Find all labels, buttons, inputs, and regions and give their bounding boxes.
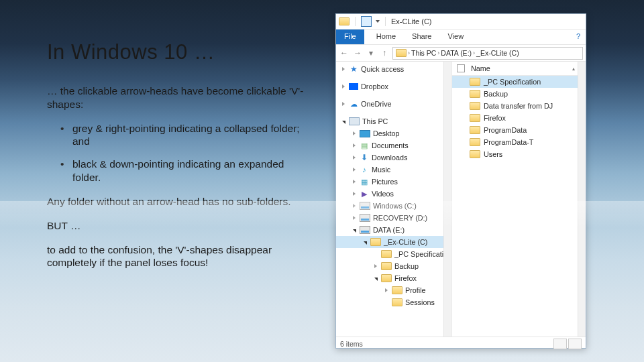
- pic-icon: ▦: [360, 177, 369, 186]
- nav-item[interactable]: ▦Pictures: [336, 176, 443, 188]
- list-item-label: ProgramData: [484, 126, 527, 134]
- view-switcher[interactable]: [553, 339, 582, 349]
- nav-item[interactable]: ★Quick access: [336, 63, 443, 75]
- details-view-button[interactable]: [553, 339, 567, 349]
- chevron-right-icon[interactable]: [351, 143, 357, 149]
- chevron-right-icon[interactable]: [351, 179, 357, 185]
- forward-button[interactable]: →: [352, 48, 363, 58]
- breadcrumb[interactable]: _Ex-CLite (C): [476, 49, 519, 57]
- folder-icon: [470, 102, 480, 110]
- content-pane[interactable]: Name ▴ _PC SpecificationBackupData trans…: [452, 62, 586, 337]
- window-icon: [339, 17, 350, 25]
- sort-indicator-icon: ▴: [572, 66, 575, 72]
- select-all-checkbox[interactable]: [452, 64, 470, 72]
- nav-item[interactable]: _PC Specification: [336, 248, 443, 260]
- chevron-right-icon[interactable]: [351, 167, 357, 173]
- folder-icon: [470, 138, 480, 146]
- chevron-right-icon: [372, 251, 378, 257]
- column-header[interactable]: Name ▴: [452, 62, 586, 76]
- nav-item-label: Desktop: [373, 129, 400, 137]
- nav-item[interactable]: ▤Documents: [336, 139, 443, 152]
- breadcrumb[interactable]: This PC: [411, 49, 436, 57]
- list-item[interactable]: Backup: [452, 88, 578, 100]
- nav-item[interactable]: Sessions: [336, 296, 443, 308]
- nav-item[interactable]: Desktop: [336, 127, 443, 139]
- list-item-label: Firefox: [484, 114, 506, 122]
- video-icon: ▶: [360, 189, 369, 198]
- nav-item[interactable]: ☁OneDrive: [336, 98, 443, 110]
- chevron-right-icon[interactable]: [340, 84, 346, 90]
- list-item-label: Users: [484, 150, 502, 158]
- nav-item-label: OneDrive: [361, 100, 392, 108]
- nav-item[interactable]: ♪Music: [336, 164, 443, 176]
- nav-item[interactable]: _Ex-CLite (C): [336, 236, 443, 248]
- titlebar[interactable]: Ex-CLite (C): [336, 14, 586, 29]
- nav-item[interactable]: Backup: [336, 260, 443, 272]
- tab-share[interactable]: Share: [404, 29, 439, 44]
- chevron-right-icon[interactable]: [351, 155, 357, 161]
- ribbon: File Home Share View ?: [336, 29, 586, 45]
- chevron-right-icon[interactable]: [351, 203, 357, 209]
- nav-item-label: Dropbox: [361, 82, 388, 90]
- chevron-right-icon[interactable]: [351, 191, 357, 197]
- chevron-down-icon[interactable]: [351, 227, 357, 233]
- nav-item-label: Firefox: [394, 274, 417, 282]
- list-item[interactable]: _PC Specification: [452, 76, 578, 88]
- nav-item[interactable]: ▶Videos: [336, 188, 443, 200]
- tab-home[interactable]: Home: [368, 29, 404, 44]
- nav-item[interactable]: DATA (E:): [336, 224, 443, 236]
- chevron-right-icon[interactable]: [383, 288, 389, 294]
- drive-icon: [360, 226, 370, 234]
- chevron-right-icon: ›: [437, 50, 439, 56]
- nav-item-label: Downloads: [372, 154, 407, 162]
- nav-item[interactable]: This PC: [336, 115, 443, 127]
- qat-button[interactable]: [361, 16, 372, 27]
- nav-item-label: _PC Specification: [394, 250, 451, 258]
- nav-item[interactable]: Profile: [336, 284, 443, 296]
- paragraph-but: BUT …: [47, 219, 312, 233]
- nav-tree[interactable]: ★Quick accessDropbox☁OneDriveThis PCDesk…: [336, 62, 452, 337]
- chevron-right-icon[interactable]: [372, 263, 378, 269]
- list-item[interactable]: ProgramData-T: [452, 136, 578, 148]
- list-item[interactable]: ProgramData: [452, 124, 578, 136]
- chevron-right-icon: ›: [473, 50, 475, 56]
- breadcrumb[interactable]: DATA (E:): [441, 49, 472, 57]
- nav-item[interactable]: RECOVERY (D:): [336, 212, 443, 224]
- chevron-down-icon[interactable]: [376, 20, 380, 23]
- nav-item[interactable]: Firefox: [336, 272, 443, 284]
- slide: In Windows 10 … … the clickable arrow-he…: [0, 0, 644, 362]
- nav-item[interactable]: Windows (C:): [336, 200, 443, 212]
- drive-icon: [360, 202, 370, 210]
- icons-view-button[interactable]: [568, 339, 582, 349]
- list-item[interactable]: Data transfer from DJ: [452, 100, 578, 112]
- file-list: _PC SpecificationBackupData transfer fro…: [452, 76, 586, 160]
- chevron-down-icon[interactable]: [372, 276, 378, 282]
- chevron-right-icon[interactable]: [340, 66, 346, 72]
- back-button[interactable]: ←: [339, 48, 350, 58]
- chevron-right-icon[interactable]: [351, 131, 357, 137]
- chevron-down-icon[interactable]: [340, 119, 346, 125]
- up-button[interactable]: ↑: [379, 48, 390, 58]
- chevron-down-icon[interactable]: [362, 239, 368, 245]
- drive-icon: [360, 214, 370, 222]
- music-icon: ♪: [360, 165, 369, 174]
- onedrive-icon: ☁: [349, 99, 358, 109]
- chevron-right-icon[interactable]: [340, 101, 346, 107]
- nav-item[interactable]: Dropbox: [336, 80, 443, 93]
- nav-item-label: _Ex-CLite (C): [384, 238, 427, 246]
- list-item-label: ProgramData-T: [484, 138, 533, 146]
- recent-dropdown[interactable]: ▾: [366, 48, 376, 58]
- chevron-right-icon[interactable]: [351, 215, 357, 221]
- column-name[interactable]: Name: [470, 64, 572, 72]
- list-item-label: Backup: [484, 90, 508, 98]
- help-icon[interactable]: ?: [571, 29, 586, 44]
- list-item[interactable]: Firefox: [452, 112, 578, 124]
- address-bar[interactable]: › This PC › DATA (E:) › _Ex-CLite (C): [392, 47, 583, 60]
- slide-title: In Windows 10 …: [47, 40, 312, 64]
- nav-item[interactable]: ⬇Downloads: [336, 152, 443, 164]
- tab-view[interactable]: View: [439, 29, 472, 44]
- list-item[interactable]: Users: [452, 148, 578, 160]
- separator-icon: [355, 17, 356, 26]
- tab-file[interactable]: File: [336, 29, 364, 44]
- status-text: 6 items: [340, 340, 363, 348]
